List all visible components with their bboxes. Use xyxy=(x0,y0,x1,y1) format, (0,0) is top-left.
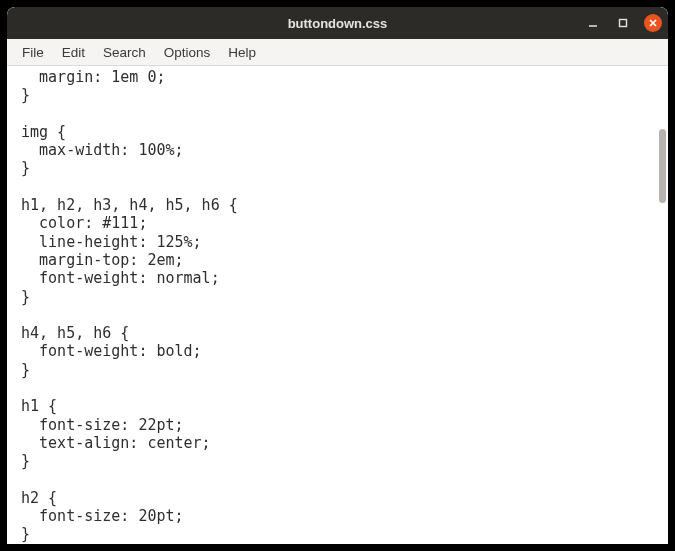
menu-file[interactable]: File xyxy=(13,42,53,63)
window: buttondown.css File Edit Search Options … xyxy=(7,7,668,544)
menu-edit[interactable]: Edit xyxy=(53,42,94,63)
menu-search[interactable]: Search xyxy=(94,42,155,63)
scrollbar-vertical[interactable] xyxy=(657,66,668,544)
menu-help[interactable]: Help xyxy=(219,42,265,63)
titlebar[interactable]: buttondown.css xyxy=(7,7,668,39)
menu-options[interactable]: Options xyxy=(155,42,220,63)
text-editor[interactable]: margin: 1em 0; } img { max-width: 100%; … xyxy=(7,66,657,544)
close-button[interactable] xyxy=(644,14,662,32)
window-title: buttondown.css xyxy=(7,16,668,31)
svg-rect-1 xyxy=(620,20,627,27)
minimize-button[interactable] xyxy=(584,14,602,32)
window-controls xyxy=(584,7,662,39)
menubar: File Edit Search Options Help xyxy=(7,39,668,66)
scrollbar-thumb[interactable] xyxy=(659,129,666,203)
editor-area: margin: 1em 0; } img { max-width: 100%; … xyxy=(7,66,668,544)
maximize-button[interactable] xyxy=(614,14,632,32)
